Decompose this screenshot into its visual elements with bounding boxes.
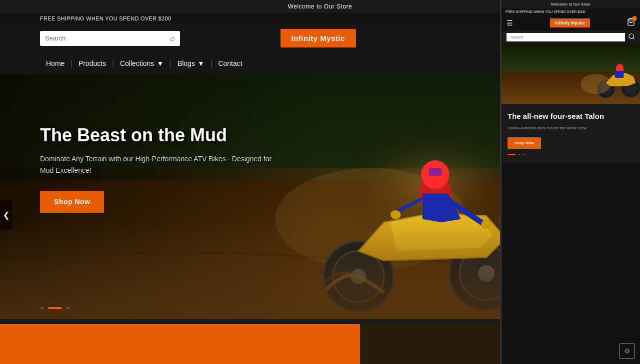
nav-item-home[interactable]: Home	[40, 57, 70, 69]
mobile-mockup: Welcome to Our Store FREE SHIPPING WHEN …	[500, 0, 640, 364]
mobile-search-input[interactable]	[506, 33, 625, 41]
mobile-shipping-text: FREE SHIPPING WHEN YOU SPEND OVER $200	[506, 10, 586, 13]
mobile-hero-svg	[502, 44, 640, 104]
collections-chevron-icon: ▼	[156, 59, 164, 67]
mobile-header: ☰ Infinity Mystic 0	[502, 15, 640, 30]
svg-rect-32	[615, 71, 624, 78]
bottom-product-section	[0, 324, 500, 364]
mobile-announcement-text: Welcome to Our Store	[551, 2, 590, 6]
prev-slide-button[interactable]: ❮	[0, 200, 12, 230]
shop-now-button[interactable]: Shop Now	[40, 191, 104, 213]
hero-title: The Beast on the Mud	[40, 124, 280, 146]
search-icon: ⌕	[170, 34, 175, 42]
left-arrow-icon: ❮	[3, 210, 10, 220]
mobile-dot-2[interactable]	[518, 154, 520, 155]
blogs-chevron-icon: ▼	[198, 59, 204, 67]
hero-content: The Beast on the Mud Dominate Any Terrai…	[40, 124, 280, 213]
slide-dot-2[interactable]	[48, 307, 62, 309]
mobile-announcement: Welcome to Our Store	[502, 0, 640, 8]
mobile-shop-now-button[interactable]: Shop Now	[508, 137, 541, 149]
logo-text: Infinity Mystic	[292, 34, 346, 42]
mobile-shipping: FREE SHIPPING WHEN YOU SPEND OVER $200	[502, 8, 640, 15]
mobile-menu-button[interactable]: ☰	[506, 19, 513, 27]
svg-line-24	[633, 38, 634, 39]
hero-subtitle: Dominate Any Terrain with our High-Perfo…	[40, 153, 280, 176]
svg-point-33	[581, 74, 611, 94]
search-button[interactable]: ⌕	[170, 34, 175, 43]
search-input[interactable]	[45, 34, 166, 42]
mobile-dot-1[interactable]	[508, 154, 516, 155]
nav-item-contact[interactable]: Contact	[212, 57, 248, 69]
settings-icon-button[interactable]: ⚙	[619, 343, 635, 359]
mobile-logo-button[interactable]: Infinity Mystic	[550, 18, 590, 27]
mobile-hero-subtitle: 1000R-4 means more fun for the whole cre…	[508, 125, 634, 131]
mobile-dot-3[interactable]	[523, 154, 526, 155]
slider-dots	[40, 307, 70, 309]
slide-dot-1[interactable]	[40, 307, 44, 309]
mobile-slider-dots	[508, 154, 634, 155]
mobile-cart-badge: 0	[632, 16, 637, 21]
settings-icon: ⚙	[624, 347, 630, 355]
shipping-text: FREE SHIPPING WHEN YOU SPEND OVER $200	[40, 15, 171, 21]
bottom-orange-section	[0, 324, 360, 364]
nav-item-collections[interactable]: Collections ▼	[114, 57, 170, 69]
nav-item-products[interactable]: Products	[72, 57, 112, 69]
bottom-dark-section	[360, 324, 500, 364]
slide-dot-3[interactable]	[66, 307, 70, 309]
mobile-hero-image	[502, 44, 640, 104]
mobile-cart-button[interactable]: 0	[627, 18, 635, 27]
search-container: ⌕	[40, 31, 180, 46]
announcement-text: Welcome to Our Store	[288, 3, 352, 10]
mobile-content-section: The all-new four-seat Talon 1000R-4 mean…	[502, 104, 640, 163]
logo-button[interactable]: Infinity Mystic	[280, 29, 356, 47]
mobile-search-icon	[628, 33, 635, 41]
svg-point-23	[629, 34, 634, 38]
mobile-search-bar	[502, 30, 640, 44]
svg-rect-17	[429, 168, 442, 175]
mobile-hero-title: The all-new four-seat Talon	[508, 111, 634, 121]
nav-item-blogs[interactable]: Blogs ▼	[172, 57, 210, 69]
svg-point-19	[390, 210, 400, 219]
